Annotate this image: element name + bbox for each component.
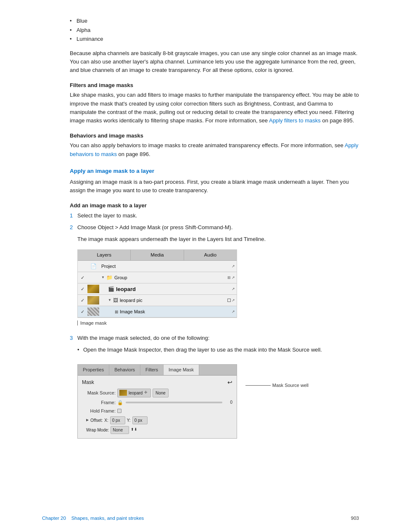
footer-page: 903 (351, 515, 359, 522)
mask-label: Mask (82, 378, 94, 386)
props-body: Mask ↩ Mask Source: leopard ✛ None F (78, 376, 237, 438)
step-3: 3 With the image mask selected, do one o… (70, 334, 359, 342)
wrap-arrows[interactable]: ⬆⬇ (131, 427, 137, 433)
properties-area: Properties Behaviors Filters Image Mask … (70, 358, 237, 440)
frame-label: Frame: (82, 399, 116, 406)
mask-source-annotation: Mask Source well (245, 382, 309, 389)
none-button[interactable]: None (153, 389, 169, 397)
lock-icon: 🔒 (117, 399, 123, 406)
name-image-mask: ⊠ Image Mask (101, 308, 220, 315)
well-name: leopard (129, 390, 142, 396)
filters-link[interactable]: Apply filters to masks (269, 117, 321, 124)
bullet-list: Blue Alpha Luminance (70, 17, 359, 43)
hold-frame-label: Hold Frame: (82, 408, 116, 415)
check-image-mask: ✓ (78, 308, 87, 315)
right-leopard: ↗ (220, 286, 237, 292)
mask-source-label: Mask Source: (82, 389, 116, 397)
props-wrap-row: Wrap Mode: None ⬆⬇ (82, 426, 232, 434)
name-leopard-pic: ▼ 🖼 leopard pic (101, 296, 220, 304)
props-mask-source-row: Mask Source: leopard ✛ None (82, 389, 232, 397)
name-project: Project (101, 263, 220, 270)
thumb-leopard (87, 284, 100, 294)
undo-button[interactable]: ↩ (227, 378, 232, 387)
offset-triangle[interactable]: ▶ (86, 418, 89, 423)
frame-value: 0 (224, 399, 232, 405)
bullet-alpha: Alpha (70, 26, 359, 34)
sub-bullet-1: Open the Image Mask Inspector, then drag… (77, 346, 359, 354)
right-group: ⊞ ↗ (220, 275, 237, 281)
wrap-label: Wrap Mode: (86, 427, 109, 433)
add-heading: Add an image mask to a layer (70, 201, 359, 210)
right-image-mask: ↗ (220, 309, 237, 315)
thumb-leopard-pic (87, 296, 100, 305)
check-group: ✓ (78, 274, 87, 281)
hold-frame-checkbox[interactable] (117, 409, 121, 413)
apply-heading: Apply an image mask to a layer (70, 167, 359, 175)
layers-tab[interactable]: Layers (78, 250, 131, 260)
props-tab-properties[interactable]: Properties (78, 365, 109, 375)
body-paragraph: Because alpha channels are basically 8-b… (70, 49, 359, 74)
props-hold-frame-row: Hold Frame: (82, 408, 232, 415)
y-label: Y: (127, 417, 131, 423)
thumb-image-mask (87, 307, 100, 316)
annotation-line (245, 385, 271, 386)
filters-heading: Filters and image masks (70, 81, 359, 90)
y-field[interactable]: 0 px (132, 416, 148, 424)
layers-caption: Image mask (77, 320, 359, 327)
thumb-project: 📄 (87, 262, 100, 271)
page-container: Blue Alpha Luminance Because alpha chann… (0, 0, 401, 532)
audio-tab[interactable]: Audio (184, 250, 237, 260)
annotation-text: Mask Source well (272, 382, 309, 389)
props-header: Properties Behaviors Filters Image Mask (78, 365, 237, 376)
step1-text: Select the layer to mask. (77, 212, 359, 220)
layers-row-leopard-pic[interactable]: ✓ ▼ 🖼 leopard pic ↗ (78, 295, 237, 306)
sub-bullet-list: Open the Image Mask Inspector, then drag… (77, 346, 359, 354)
mask-source-well[interactable]: leopard ✛ (117, 389, 151, 397)
wrap-field[interactable]: None (111, 426, 129, 434)
props-tab-behaviors[interactable]: Behaviors (109, 365, 140, 375)
behaviors-text: You can also apply behaviors to image ma… (70, 141, 359, 158)
thumb-group (87, 273, 100, 282)
props-frame-row: Frame: 🔒 0 (82, 399, 232, 406)
check-leopard-pic: ✓ (78, 297, 87, 304)
props-tab-image-mask[interactable]: Image Mask (164, 365, 199, 375)
right-leopard-pic: ↗ (220, 298, 237, 304)
x-label: X: (104, 417, 108, 423)
name-group: ▼ 📁 Group (101, 274, 220, 281)
layers-header: Layers Media Audio (78, 250, 237, 261)
apply-intro: Assigning an image mask is a two-part pr… (70, 178, 359, 195)
layers-row-leopard[interactable]: ✓ 🎬 leopard ↗ (78, 283, 237, 295)
well-thumb (119, 390, 127, 396)
x-field[interactable]: 0 px (110, 416, 125, 424)
step-2: 2 Choose Object > Add Image Mask (or pre… (70, 223, 359, 232)
bullet-luminance: Luminance (70, 35, 359, 43)
offset-label: Offset: (90, 417, 103, 423)
right-project: ↗ (220, 264, 237, 270)
footer-chapter: Chapter 20 Shapes, masks, and paint stro… (42, 515, 144, 522)
props-tab-filters[interactable]: Filters (140, 365, 164, 375)
media-tab[interactable]: Media (131, 250, 184, 260)
step-1: 1 Select the layer to mask. (70, 212, 359, 220)
page-footer: Chapter 20 Shapes, masks, and paint stro… (0, 515, 401, 522)
check-leopard: ✓ (78, 286, 87, 293)
step2-sub: The image mask appears underneath the la… (77, 235, 359, 244)
step1-num: 1 (70, 212, 77, 220)
step2-text: Choose Object > Add Image Mask (or press… (77, 223, 359, 232)
behaviors-heading: Behaviors and image masks (70, 132, 359, 140)
step3-num: 3 (70, 334, 77, 342)
frame-slider[interactable] (126, 402, 222, 403)
props-mask-row: Mask ↩ (82, 378, 232, 387)
step3-text: With the image mask selected, do one of … (77, 334, 359, 342)
cursor-icon: ✛ (144, 390, 148, 396)
step2-num: 2 (70, 223, 77, 232)
props-offset-row: ▶ Offset: X: 0 px Y: 0 px (82, 416, 232, 424)
properties-screenshot: Properties Behaviors Filters Image Mask … (77, 364, 237, 439)
layers-screenshot: Layers Media Audio 📄 Project ↗ ✓ ▼ 📁 Gr (77, 249, 237, 318)
filters-text: Like shape masks, you can add filters to… (70, 91, 359, 125)
layers-row-project[interactable]: 📄 Project ↗ (78, 261, 237, 272)
layers-row-image-mask[interactable]: ✓ ⊠ Image Mask ↗ (78, 306, 237, 318)
bullet-blue: Blue (70, 17, 359, 25)
name-leopard: 🎬 leopard (101, 285, 220, 294)
layers-row-group[interactable]: ✓ ▼ 📁 Group ⊞ ↗ (78, 272, 237, 283)
